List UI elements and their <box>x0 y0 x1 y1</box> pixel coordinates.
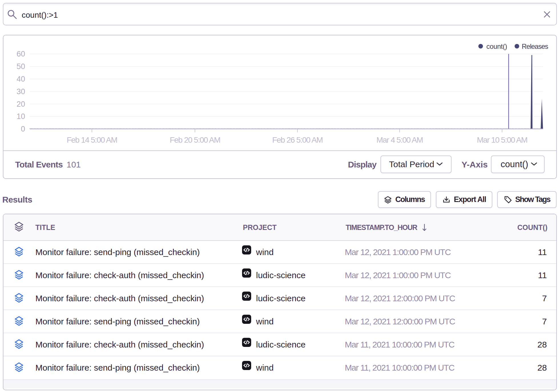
svg-text:count(): count() <box>486 43 507 50</box>
svg-text:50: 50 <box>17 62 25 71</box>
svg-text:30: 30 <box>17 87 25 96</box>
svg-text:0: 0 <box>21 125 25 133</box>
svg-text:Feb 14 5:00 AM: Feb 14 5:00 AM <box>67 136 117 144</box>
svg-text:20: 20 <box>17 100 25 108</box>
svg-text:40: 40 <box>17 75 25 83</box>
svg-text:Releases: Releases <box>522 43 548 50</box>
svg-text:Feb 26 5:00 AM: Feb 26 5:00 AM <box>272 136 323 144</box>
svg-text:Mar 10 5:00 AM: Mar 10 5:00 AM <box>477 136 527 144</box>
svg-text:Mar 4 5:00 AM: Mar 4 5:00 AM <box>376 136 423 144</box>
svg-text:Feb 20 5:00 AM: Feb 20 5:00 AM <box>170 136 220 144</box>
svg-text:10: 10 <box>17 112 25 121</box>
svg-text:60: 60 <box>17 50 25 58</box>
